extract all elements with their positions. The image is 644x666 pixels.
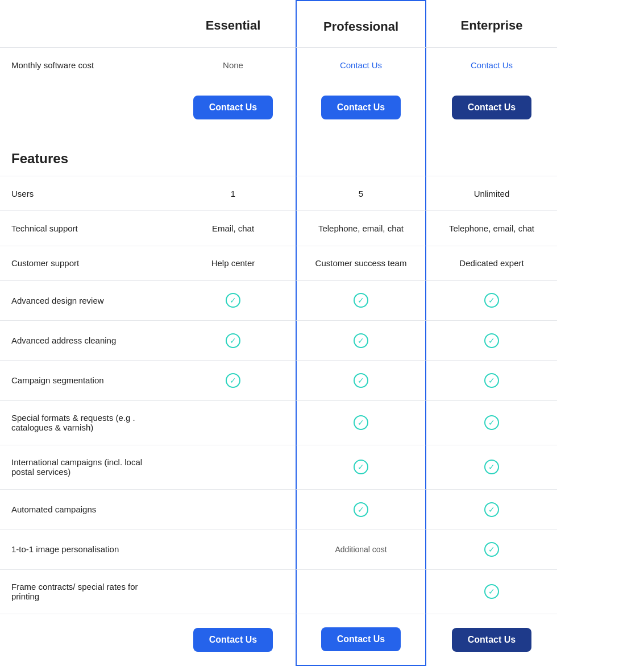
enterprise-top-btn-cell: Contact Us xyxy=(426,82,557,133)
enterprise-international-campaigns: ✓ xyxy=(426,445,557,489)
essential-monthly-cost: None xyxy=(171,47,296,82)
pricing-table: Essential Professional Enterprise Monthl… xyxy=(0,0,644,666)
check-icon: ✓ xyxy=(354,293,368,308)
enterprise-technical-support: Telephone, email, chat xyxy=(426,210,557,245)
special-formats-label: Special formats & requests (e.g . catalo… xyxy=(0,400,171,445)
check-icon: ✓ xyxy=(484,542,499,557)
enterprise-advanced-design-review: ✓ xyxy=(426,280,557,320)
check-icon: ✓ xyxy=(354,460,368,474)
professional-monthly-cost: Contact Us xyxy=(296,47,426,82)
check-icon: ✓ xyxy=(226,333,240,348)
essential-users: 1 xyxy=(171,176,296,210)
check-icon: ✓ xyxy=(484,415,499,430)
professional-cost-link[interactable]: Contact Us xyxy=(340,60,382,70)
check-icon: ✓ xyxy=(354,415,368,430)
check-icon: ✓ xyxy=(484,502,499,517)
additional-cost-text: Additional cost xyxy=(335,545,387,554)
check-icon: ✓ xyxy=(226,373,240,388)
enterprise-campaign-segmentation: ✓ xyxy=(426,360,557,400)
check-icon: ✓ xyxy=(354,333,368,348)
professional-technical-support: Telephone, email, chat xyxy=(296,210,426,245)
enterprise-image-personalisation: ✓ xyxy=(426,529,557,569)
check-icon: ✓ xyxy=(484,460,499,474)
enterprise-automated-campaigns: ✓ xyxy=(426,489,557,529)
professional-automated-campaigns: ✓ xyxy=(296,489,426,529)
essential-customer-support: Help center xyxy=(171,246,296,280)
professional-customer-support: Customer success team xyxy=(296,246,426,280)
professional-special-formats: ✓ xyxy=(296,400,426,445)
check-icon: ✓ xyxy=(354,373,368,388)
enterprise-customer-support: Dedicated expert xyxy=(426,246,557,280)
users-label: Users xyxy=(0,176,171,210)
enterprise-frame-contracts: ✓ xyxy=(426,569,557,614)
essential-bottom-btn-cell: Contact Us xyxy=(171,614,296,666)
check-icon: ✓ xyxy=(484,584,499,599)
top-btn-label-cell xyxy=(0,82,171,133)
enterprise-advanced-address-cleaning: ✓ xyxy=(426,320,557,360)
campaign-segmentation-label: Campaign segmentation xyxy=(0,360,171,400)
enterprise-contact-btn-bottom[interactable]: Contact Us xyxy=(452,628,531,652)
enterprise-special-formats: ✓ xyxy=(426,400,557,445)
professional-frame-contracts xyxy=(296,569,426,614)
international-campaigns-label: International campaigns (incl. local pos… xyxy=(0,445,171,489)
professional-international-campaigns: ✓ xyxy=(296,445,426,489)
check-icon: ✓ xyxy=(354,502,368,517)
enterprise-monthly-cost: Contact Us xyxy=(426,47,557,82)
professional-advanced-address-cleaning: ✓ xyxy=(296,320,426,360)
features-heading-professional xyxy=(296,133,426,176)
essential-special-formats xyxy=(171,400,296,445)
check-icon: ✓ xyxy=(484,333,499,348)
check-icon: ✓ xyxy=(484,293,499,308)
essential-contact-btn-top[interactable]: Contact Us xyxy=(193,96,273,119)
essential-frame-contracts xyxy=(171,569,296,614)
enterprise-header: Enterprise xyxy=(426,0,557,47)
features-heading-essential xyxy=(171,133,296,176)
enterprise-contact-btn-top[interactable]: Contact Us xyxy=(452,96,531,119)
check-icon: ✓ xyxy=(226,293,240,308)
essential-automated-campaigns xyxy=(171,489,296,529)
professional-contact-btn-top[interactable]: Contact Us xyxy=(321,96,401,119)
essential-image-personalisation xyxy=(171,529,296,569)
essential-international-campaigns xyxy=(171,445,296,489)
features-heading: Features xyxy=(0,133,171,176)
advanced-design-review-label: Advanced design review xyxy=(0,280,171,320)
frame-contracts-label: Frame contracts/ special rates for print… xyxy=(0,569,171,614)
professional-campaign-segmentation: ✓ xyxy=(296,360,426,400)
image-personalisation-label: 1-to-1 image personalisation xyxy=(0,529,171,569)
essential-contact-btn-bottom[interactable]: Contact Us xyxy=(193,628,273,652)
check-icon: ✓ xyxy=(484,373,499,388)
enterprise-users: Unlimited xyxy=(426,176,557,210)
professional-top-btn-cell: Contact Us xyxy=(296,82,426,133)
professional-bottom-btn-cell: Contact Us xyxy=(296,614,426,666)
essential-campaign-segmentation: ✓ xyxy=(171,360,296,400)
essential-technical-support: Email, chat xyxy=(171,210,296,245)
technical-support-label: Technical support xyxy=(0,210,171,245)
professional-users: 5 xyxy=(296,176,426,210)
customer-support-label: Customer support xyxy=(0,246,171,280)
advanced-address-cleaning-label: Advanced address cleaning xyxy=(0,320,171,360)
essential-header: Essential xyxy=(171,0,296,47)
features-heading-enterprise xyxy=(426,133,557,176)
essential-top-btn-cell: Contact Us xyxy=(171,82,296,133)
enterprise-bottom-btn-cell: Contact Us xyxy=(426,614,557,666)
essential-advanced-design-review: ✓ xyxy=(171,280,296,320)
professional-header: Professional xyxy=(296,0,426,47)
monthly-cost-label: Monthly software cost xyxy=(0,47,171,82)
bottom-btn-label-cell xyxy=(0,614,171,666)
header-label-cell xyxy=(0,0,171,47)
professional-advanced-design-review: ✓ xyxy=(296,280,426,320)
essential-advanced-address-cleaning: ✓ xyxy=(171,320,296,360)
automated-campaigns-label: Automated campaigns xyxy=(0,489,171,529)
enterprise-cost-link[interactable]: Contact Us xyxy=(471,60,513,70)
professional-contact-btn-bottom[interactable]: Contact Us xyxy=(321,627,401,651)
professional-image-personalisation: Additional cost xyxy=(296,529,426,569)
